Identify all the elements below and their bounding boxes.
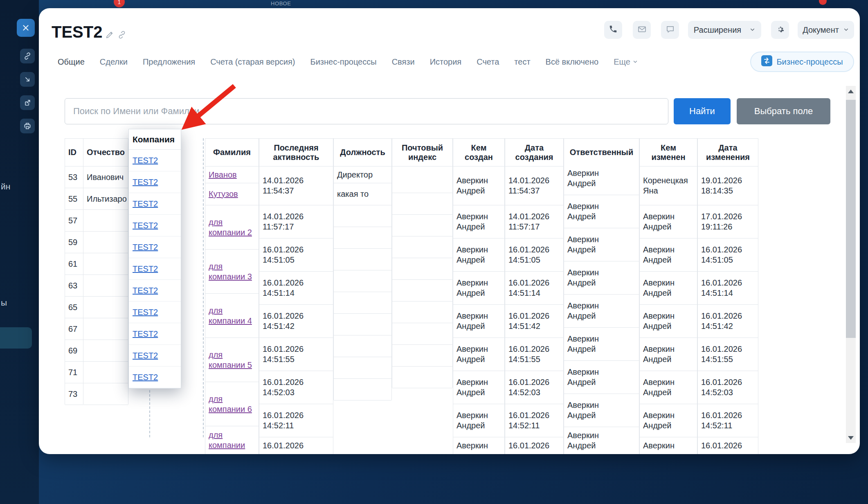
business-processes-button[interactable]: Бизнес-процессы <box>750 52 854 72</box>
column-header-created_by[interactable]: Кем создан <box>453 139 504 166</box>
table-cell: Аверкин Андрей <box>640 371 697 404</box>
column-header-middle_name[interactable]: Отчество <box>83 139 128 166</box>
table-cell <box>334 379 391 400</box>
copy-page-link-button[interactable] <box>117 30 126 41</box>
background-menu-fragment <box>0 327 32 349</box>
drag-column-cell: TEST2 <box>129 323 181 345</box>
lastname-link[interactable]: Иванов <box>209 170 237 180</box>
chat-button[interactable] <box>661 21 679 39</box>
table-cell: 14.01.2026 11:57:17 <box>505 205 563 239</box>
tab-svyazi[interactable]: Связи <box>392 57 415 67</box>
table-cell: Аверкин Андрей <box>564 195 639 228</box>
company-link[interactable]: TEST2 <box>133 156 158 165</box>
column-header-position[interactable]: Должность <box>334 139 391 166</box>
close-slider-button[interactable] <box>17 19 35 37</box>
table-column-postal_code: Почтовый индекс <box>392 138 453 388</box>
column-header-last_name[interactable]: Фамилия <box>205 139 259 166</box>
open-new-window-button[interactable] <box>20 95 35 110</box>
table-cell: 16.01.2026 <box>505 437 563 454</box>
document-dropdown[interactable]: Документ <box>798 21 854 39</box>
company-link[interactable]: TEST2 <box>133 308 158 317</box>
table-cell <box>392 323 452 345</box>
open-line-button[interactable] <box>20 72 35 87</box>
tab-predlozheniya[interactable]: Предложения <box>143 57 195 67</box>
lastname-link[interactable]: для компании 6 <box>209 394 255 414</box>
table-cell <box>392 367 452 388</box>
table-cell: 59 <box>65 232 83 253</box>
table-cell: Аверкин Андрей <box>453 371 504 404</box>
tab-sdelki[interactable]: Сделки <box>100 57 128 67</box>
scroll-down-arrow[interactable] <box>846 432 856 443</box>
tab-obshchie[interactable]: Общие <box>58 57 85 67</box>
tab-istoriya[interactable]: История <box>430 57 462 67</box>
lastname-link[interactable]: для компании 4 <box>209 306 255 326</box>
tab-scheta-staraya-versiya[interactable]: Счета (старая версия) <box>210 57 295 67</box>
page-title: TEST2 <box>52 23 102 41</box>
table-cell: Аверкин <box>640 437 697 454</box>
company-link[interactable]: TEST2 <box>133 329 158 339</box>
lastname-link[interactable]: для компании 5 <box>209 350 255 370</box>
table-cell <box>392 345 452 367</box>
table-cell <box>334 335 391 357</box>
table-cell: 14.01.2026 11:54:37 <box>259 166 333 205</box>
drag-column-cell: TEST2 <box>129 236 181 258</box>
gear-icon <box>776 25 785 36</box>
tab-more[interactable]: Еще <box>614 57 638 67</box>
tab-scheta[interactable]: Счета <box>477 57 499 67</box>
tab-biznes-protsessy[interactable]: Бизнес-процессы <box>310 57 377 67</box>
company-link[interactable]: TEST2 <box>133 199 158 209</box>
table-cell: Аверкин Андрей <box>564 361 639 394</box>
table-cell: 16.01.2026 <box>259 437 333 454</box>
search-input[interactable] <box>65 98 668 124</box>
company-link[interactable]: TEST2 <box>133 373 158 382</box>
find-button[interactable]: Найти <box>674 98 731 124</box>
table-cell: для компании 3 <box>205 250 259 294</box>
select-field-button[interactable]: Выбрать поле <box>737 98 830 124</box>
table-cell: 16.01.2026 14:51:42 <box>505 305 563 338</box>
table-cell: Директор <box>334 166 391 183</box>
company-link[interactable]: TEST2 <box>133 178 158 187</box>
drag-column-cell: TEST2 <box>129 171 181 193</box>
table-column-created_date: Дата создания14.01.2026 11:54:3714.01.20… <box>505 138 564 454</box>
column-header-postal_code[interactable]: Почтовый индекс <box>392 139 452 166</box>
page: { "page": { "badge_count": "1", "new_lab… <box>0 0 868 504</box>
contact-detail-slider: TEST2 Расширения До <box>39 8 860 454</box>
column-header-created_date[interactable]: Дата создания <box>505 139 563 166</box>
edit-title-button[interactable] <box>105 30 114 41</box>
table-cell: 55 <box>65 188 83 210</box>
company-link[interactable]: TEST2 <box>133 286 158 295</box>
extensions-dropdown[interactable]: Расширения <box>688 21 761 39</box>
lastname-link[interactable]: Кутузов <box>209 189 238 199</box>
scroll-thumb[interactable] <box>846 100 856 338</box>
column-header-id[interactable]: ID <box>65 139 83 166</box>
drag-column-header[interactable]: Компания <box>129 129 181 150</box>
company-link[interactable]: TEST2 <box>133 264 158 274</box>
drag-column[interactable]: Компания TEST2TEST2TEST2TEST2TEST2TEST2T… <box>128 129 181 389</box>
extensions-label: Расширения <box>694 25 741 35</box>
column-header-modified_date[interactable]: Дата изменения <box>698 139 758 166</box>
lastname-link[interactable]: для компании <box>209 430 255 450</box>
copy-link-button[interactable] <box>20 49 35 63</box>
lastname-link[interactable]: для компании 3 <box>209 261 255 282</box>
company-link[interactable]: TEST2 <box>133 351 158 360</box>
company-link[interactable]: TEST2 <box>133 243 158 252</box>
mail-button[interactable] <box>633 21 651 39</box>
call-button[interactable] <box>604 21 622 39</box>
tab-more-label: Еще <box>614 57 630 67</box>
table-scrollbar[interactable] <box>846 86 856 443</box>
app-sidebar: йн ы <box>0 0 39 504</box>
column-header-modified_by[interactable]: Кем изменен <box>640 139 697 166</box>
settings-button[interactable] <box>771 21 789 39</box>
table-cell: 16.01.2026 14:51:14 <box>698 272 758 305</box>
tab-test[interactable]: тест <box>514 57 530 67</box>
tab-vsyo-vklyucheno[interactable]: Всё включено <box>546 57 599 67</box>
table-column-modified_by: Кем измененКоренецкая ЯнаАверкин АндрейА… <box>639 138 697 454</box>
scroll-up-arrow[interactable] <box>846 86 856 97</box>
drag-column-cell: TEST2 <box>129 367 181 388</box>
company-link[interactable]: TEST2 <box>133 221 158 230</box>
print-button[interactable] <box>20 119 35 133</box>
table-cell <box>83 275 128 297</box>
table-cell: Аверкин Андрей <box>564 162 639 195</box>
column-header-last_activity[interactable]: Последняя активность <box>259 139 333 166</box>
lastname-link[interactable]: для компании 2 <box>209 217 255 238</box>
